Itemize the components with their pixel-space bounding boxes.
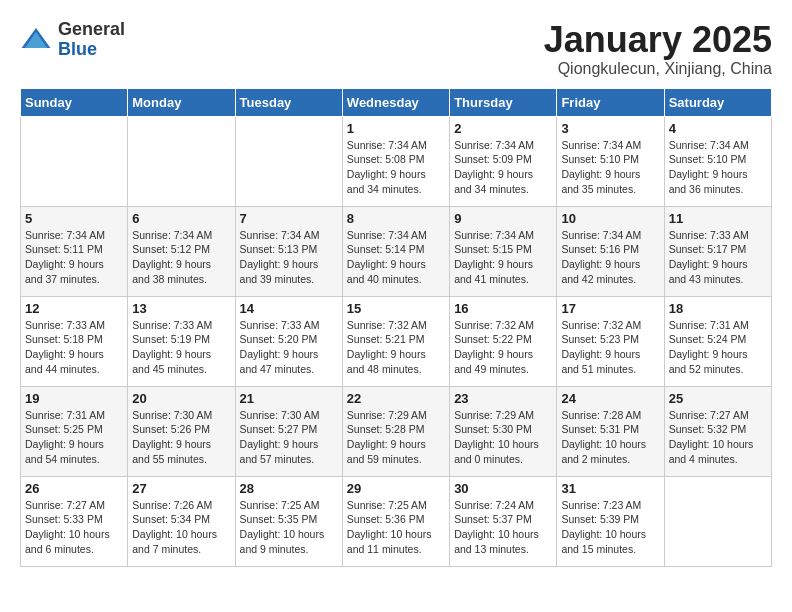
day-number: 27 [132,481,230,496]
calendar-cell [128,116,235,206]
calendar-cell: 11Sunrise: 7:33 AMSunset: 5:17 PMDayligh… [664,206,771,296]
day-info: Sunrise: 7:28 AMSunset: 5:31 PMDaylight:… [561,408,659,467]
calendar-cell: 6Sunrise: 7:34 AMSunset: 5:12 PMDaylight… [128,206,235,296]
day-number: 31 [561,481,659,496]
day-number: 19 [25,391,123,406]
day-number: 15 [347,301,445,316]
calendar-cell: 24Sunrise: 7:28 AMSunset: 5:31 PMDayligh… [557,386,664,476]
day-info: Sunrise: 7:25 AMSunset: 5:36 PMDaylight:… [347,498,445,557]
day-info: Sunrise: 7:33 AMSunset: 5:20 PMDaylight:… [240,318,338,377]
day-number: 5 [25,211,123,226]
day-number: 8 [347,211,445,226]
logo: General Blue [20,20,125,60]
day-info: Sunrise: 7:34 AMSunset: 5:15 PMDaylight:… [454,228,552,287]
day-info: Sunrise: 7:26 AMSunset: 5:34 PMDaylight:… [132,498,230,557]
day-info: Sunrise: 7:23 AMSunset: 5:39 PMDaylight:… [561,498,659,557]
weekday-header: Thursday [450,88,557,116]
calendar-week-row: 12Sunrise: 7:33 AMSunset: 5:18 PMDayligh… [21,296,772,386]
calendar-cell: 2Sunrise: 7:34 AMSunset: 5:09 PMDaylight… [450,116,557,206]
day-number: 17 [561,301,659,316]
calendar-cell: 10Sunrise: 7:34 AMSunset: 5:16 PMDayligh… [557,206,664,296]
day-info: Sunrise: 7:34 AMSunset: 5:08 PMDaylight:… [347,138,445,197]
day-number: 30 [454,481,552,496]
weekday-header: Sunday [21,88,128,116]
calendar-cell: 14Sunrise: 7:33 AMSunset: 5:20 PMDayligh… [235,296,342,386]
day-number: 28 [240,481,338,496]
day-info: Sunrise: 7:34 AMSunset: 5:16 PMDaylight:… [561,228,659,287]
day-info: Sunrise: 7:34 AMSunset: 5:10 PMDaylight:… [561,138,659,197]
day-number: 1 [347,121,445,136]
logo-icon [20,24,52,56]
weekday-header: Wednesday [342,88,449,116]
day-number: 2 [454,121,552,136]
day-info: Sunrise: 7:31 AMSunset: 5:24 PMDaylight:… [669,318,767,377]
weekday-header: Friday [557,88,664,116]
calendar-week-row: 19Sunrise: 7:31 AMSunset: 5:25 PMDayligh… [21,386,772,476]
day-info: Sunrise: 7:30 AMSunset: 5:27 PMDaylight:… [240,408,338,467]
calendar-week-row: 5Sunrise: 7:34 AMSunset: 5:11 PMDaylight… [21,206,772,296]
calendar-cell: 3Sunrise: 7:34 AMSunset: 5:10 PMDaylight… [557,116,664,206]
calendar-cell: 5Sunrise: 7:34 AMSunset: 5:11 PMDaylight… [21,206,128,296]
day-number: 29 [347,481,445,496]
day-info: Sunrise: 7:34 AMSunset: 5:09 PMDaylight:… [454,138,552,197]
day-info: Sunrise: 7:33 AMSunset: 5:18 PMDaylight:… [25,318,123,377]
calendar-cell: 19Sunrise: 7:31 AMSunset: 5:25 PMDayligh… [21,386,128,476]
day-number: 13 [132,301,230,316]
day-number: 21 [240,391,338,406]
calendar-cell: 22Sunrise: 7:29 AMSunset: 5:28 PMDayligh… [342,386,449,476]
calendar-cell: 17Sunrise: 7:32 AMSunset: 5:23 PMDayligh… [557,296,664,386]
day-number: 26 [25,481,123,496]
page-subtitle: Qiongkulecun, Xinjiang, China [544,60,772,78]
day-info: Sunrise: 7:29 AMSunset: 5:28 PMDaylight:… [347,408,445,467]
day-info: Sunrise: 7:32 AMSunset: 5:22 PMDaylight:… [454,318,552,377]
calendar-cell: 25Sunrise: 7:27 AMSunset: 5:32 PMDayligh… [664,386,771,476]
logo-text: General Blue [58,20,125,60]
day-number: 24 [561,391,659,406]
day-info: Sunrise: 7:32 AMSunset: 5:21 PMDaylight:… [347,318,445,377]
logo-blue: Blue [58,39,97,59]
day-info: Sunrise: 7:25 AMSunset: 5:35 PMDaylight:… [240,498,338,557]
calendar-cell: 12Sunrise: 7:33 AMSunset: 5:18 PMDayligh… [21,296,128,386]
day-info: Sunrise: 7:34 AMSunset: 5:12 PMDaylight:… [132,228,230,287]
calendar-week-row: 26Sunrise: 7:27 AMSunset: 5:33 PMDayligh… [21,476,772,566]
day-number: 10 [561,211,659,226]
calendar-cell [235,116,342,206]
calendar-cell [21,116,128,206]
calendar-cell: 15Sunrise: 7:32 AMSunset: 5:21 PMDayligh… [342,296,449,386]
page-header: General Blue January 2025 Qiongkulecun, … [20,20,772,78]
title-block: January 2025 Qiongkulecun, Xinjiang, Chi… [544,20,772,78]
day-info: Sunrise: 7:29 AMSunset: 5:30 PMDaylight:… [454,408,552,467]
day-info: Sunrise: 7:24 AMSunset: 5:37 PMDaylight:… [454,498,552,557]
day-info: Sunrise: 7:27 AMSunset: 5:33 PMDaylight:… [25,498,123,557]
day-number: 18 [669,301,767,316]
calendar-week-row: 1Sunrise: 7:34 AMSunset: 5:08 PMDaylight… [21,116,772,206]
day-number: 25 [669,391,767,406]
calendar-cell: 9Sunrise: 7:34 AMSunset: 5:15 PMDaylight… [450,206,557,296]
weekday-header: Tuesday [235,88,342,116]
logo-general: General [58,19,125,39]
day-number: 12 [25,301,123,316]
day-number: 9 [454,211,552,226]
day-number: 16 [454,301,552,316]
calendar-cell: 8Sunrise: 7:34 AMSunset: 5:14 PMDaylight… [342,206,449,296]
calendar-cell: 1Sunrise: 7:34 AMSunset: 5:08 PMDaylight… [342,116,449,206]
day-info: Sunrise: 7:34 AMSunset: 5:13 PMDaylight:… [240,228,338,287]
calendar-cell: 7Sunrise: 7:34 AMSunset: 5:13 PMDaylight… [235,206,342,296]
day-info: Sunrise: 7:34 AMSunset: 5:14 PMDaylight:… [347,228,445,287]
day-number: 20 [132,391,230,406]
day-info: Sunrise: 7:34 AMSunset: 5:10 PMDaylight:… [669,138,767,197]
calendar-cell: 21Sunrise: 7:30 AMSunset: 5:27 PMDayligh… [235,386,342,476]
calendar-cell: 27Sunrise: 7:26 AMSunset: 5:34 PMDayligh… [128,476,235,566]
day-info: Sunrise: 7:27 AMSunset: 5:32 PMDaylight:… [669,408,767,467]
day-info: Sunrise: 7:31 AMSunset: 5:25 PMDaylight:… [25,408,123,467]
calendar-table: SundayMondayTuesdayWednesdayThursdayFrid… [20,88,772,567]
calendar-cell: 18Sunrise: 7:31 AMSunset: 5:24 PMDayligh… [664,296,771,386]
day-info: Sunrise: 7:34 AMSunset: 5:11 PMDaylight:… [25,228,123,287]
calendar-cell [664,476,771,566]
calendar-cell: 20Sunrise: 7:30 AMSunset: 5:26 PMDayligh… [128,386,235,476]
page-title: January 2025 [544,20,772,60]
calendar-cell: 29Sunrise: 7:25 AMSunset: 5:36 PMDayligh… [342,476,449,566]
day-number: 3 [561,121,659,136]
calendar-cell: 31Sunrise: 7:23 AMSunset: 5:39 PMDayligh… [557,476,664,566]
day-info: Sunrise: 7:32 AMSunset: 5:23 PMDaylight:… [561,318,659,377]
